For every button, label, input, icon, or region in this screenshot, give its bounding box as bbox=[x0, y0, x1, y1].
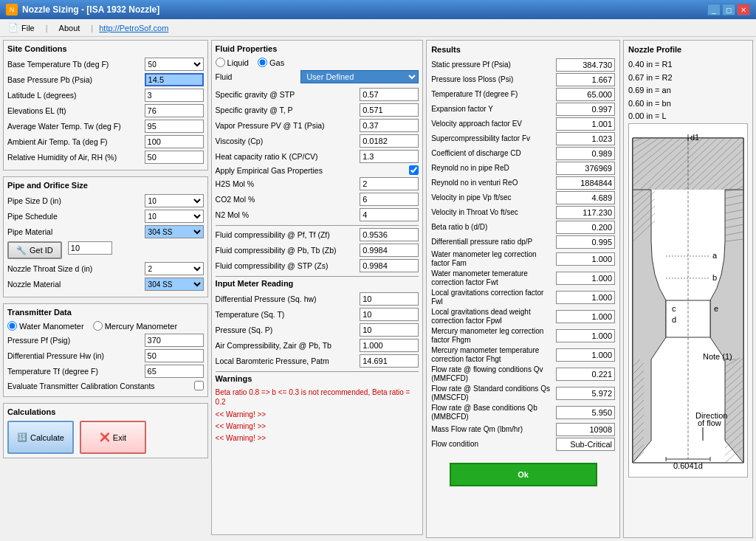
static-pressure-value bbox=[556, 58, 615, 72]
get-id-icon: 🔧 bbox=[16, 245, 27, 255]
zs-input[interactable] bbox=[360, 259, 419, 272]
nozzle-throat-label: Nozzle Throat Size d (in) bbox=[7, 264, 145, 273]
liquid-radio[interactable]: Liquid bbox=[216, 58, 249, 67]
calculate-button[interactable]: 🔢 Calculate bbox=[7, 421, 74, 454]
flow-condition-row: Flow condition bbox=[431, 438, 615, 451]
ambient-temp-input[interactable] bbox=[145, 135, 204, 148]
heat-capacity-input[interactable] bbox=[360, 150, 419, 163]
ok-button[interactable]: Ok bbox=[450, 463, 597, 486]
pressure-pf-input[interactable] bbox=[145, 334, 204, 347]
evaluate-checkbox[interactable] bbox=[194, 381, 204, 390]
exit-button[interactable]: ❌ Exit bbox=[80, 421, 146, 454]
local-barometric-input[interactable] bbox=[360, 354, 419, 368]
velocity-approach-value bbox=[556, 117, 615, 131]
base-temp-select[interactable]: 50 bbox=[145, 58, 204, 71]
diff-pressure-input[interactable] bbox=[145, 349, 204, 362]
pressure-sq-input[interactable] bbox=[360, 323, 419, 337]
svg-text:d: d bbox=[672, 315, 676, 324]
water-temp-input[interactable] bbox=[145, 120, 204, 133]
evaluate-label: Evaluate Transmitter Calibration Constan… bbox=[7, 382, 194, 390]
warning-link-1[interactable]: << Warning! >> bbox=[216, 410, 267, 418]
velocity-approach-label: Velocity approach factor EV bbox=[431, 120, 556, 128]
close-button[interactable]: ✕ bbox=[737, 4, 750, 15]
file-label: File bbox=[21, 24, 35, 32]
minimize-button[interactable]: _ bbox=[707, 4, 721, 15]
base-pressure-input[interactable] bbox=[145, 73, 204, 86]
discharge-coeff-value bbox=[556, 147, 615, 160]
warning-link-3[interactable]: << Warning! >> bbox=[216, 434, 267, 442]
empirical-checkbox[interactable] bbox=[409, 165, 419, 175]
nozzle-material-select[interactable]: 304 SS bbox=[145, 278, 204, 291]
n2-input[interactable] bbox=[360, 208, 419, 221]
humidity-input[interactable] bbox=[145, 151, 204, 164]
latitude-input[interactable] bbox=[145, 89, 204, 102]
svg-text:d1: d1 bbox=[690, 133, 699, 142]
sg-stp-input[interactable] bbox=[360, 88, 419, 101]
warnings-title: Warnings bbox=[216, 374, 419, 383]
website-link[interactable]: http://PetroSof.com bbox=[99, 24, 168, 32]
air-compressibility-input[interactable] bbox=[360, 339, 419, 352]
pipe-schedule-row: Pipe Schedule 10 bbox=[7, 210, 204, 223]
water-temp-correction-value bbox=[556, 272, 615, 285]
diff-pressure-sq-input[interactable] bbox=[360, 292, 419, 306]
warning-link-2[interactable]: << Warning! >> bbox=[216, 422, 267, 430]
temp-tf-result-row: Temperature Tf (degree F) bbox=[431, 88, 615, 101]
vapor-pressure-input[interactable] bbox=[360, 119, 419, 132]
temperature-tf-label: Temperature Tf (degree F) bbox=[7, 367, 145, 376]
viscosity-input[interactable] bbox=[360, 134, 419, 148]
id-value-input[interactable] bbox=[68, 241, 112, 255]
dead-weight-label: Local gravitations dead weight correctio… bbox=[431, 308, 556, 325]
temperature-sq-input[interactable] bbox=[360, 308, 419, 321]
calculations-title: Calculations bbox=[7, 407, 204, 416]
svg-text:c: c bbox=[672, 304, 676, 313]
heat-capacity-label: Heat capacity ratio K (CP/CV) bbox=[216, 152, 360, 161]
nozzle-throat-select[interactable]: 2 bbox=[145, 262, 204, 275]
temperature-sq-label: Temperature (Sq. T) bbox=[216, 310, 360, 319]
diff-pressure-ratio-value bbox=[556, 235, 615, 249]
zf-input[interactable] bbox=[360, 228, 419, 241]
zb-input[interactable] bbox=[360, 244, 419, 257]
velocity-throat-label: Velocity in Throat Vo ft/sec bbox=[431, 208, 556, 217]
ambient-temp-label: Ambient Air Temp. Ta (deg F) bbox=[7, 137, 145, 146]
pipe-material-select[interactable]: 304 SS bbox=[145, 225, 204, 238]
zs-label: Fluid compressibility @ STP (Zs) bbox=[216, 261, 360, 270]
mercury-manometer-radio[interactable]: Mercury Manometer bbox=[93, 321, 177, 331]
divider-3 bbox=[216, 371, 419, 372]
discharge-coeff-row: Coefficient of discharge CD bbox=[431, 147, 615, 160]
nozzle-profile-panel: Nozzle Profile 0.40 in = R1 0.67 in = R2… bbox=[623, 40, 753, 538]
gas-radio[interactable]: Gas bbox=[258, 58, 284, 67]
file-menu[interactable]: 📄 File bbox=[3, 21, 40, 35]
temp-tf-result-label: Temperature Tf (degree F) bbox=[431, 90, 556, 99]
about-menu[interactable]: About bbox=[54, 21, 86, 35]
static-pressure-row: Static pressure Pf (Psia) bbox=[431, 58, 615, 72]
sg-stp-row: Specific gravity @ STP bbox=[216, 88, 419, 101]
pressure-pf-label: Pressure Pf (Psig) bbox=[7, 336, 145, 345]
zf-label: Fluid compressibility @ Pf, Tf (Zf) bbox=[216, 230, 360, 239]
temperature-tf-input[interactable] bbox=[145, 365, 204, 378]
water-leg-value bbox=[556, 252, 615, 266]
humidity-row: Relative Humidity of Air, RH (%) bbox=[7, 151, 204, 164]
velocity-pipe-row: Velocity in pipe Vp ft/sec bbox=[431, 191, 615, 204]
velocity-throat-value bbox=[556, 206, 615, 219]
flow-rate-qs-row: Flow rate @ Standard conditions Qs (MMSC… bbox=[431, 385, 615, 402]
fluid-state-radio-group: Liquid Gas bbox=[216, 58, 419, 67]
transmitter-section: Transmitter Data Water Manometer Mercury… bbox=[3, 303, 208, 397]
flow-rate-qv-label: Flow rate @ flowing conditions Qv (MMFCF… bbox=[431, 365, 556, 383]
pipe-schedule-select[interactable]: 10 bbox=[145, 210, 204, 223]
elevation-input[interactable] bbox=[145, 104, 204, 117]
reynolds-venturi-row: Reynold no in venturi ReO bbox=[431, 176, 615, 190]
velocity-pipe-value bbox=[556, 191, 615, 204]
diff-pressure-label: Differential Pressure Hw (in) bbox=[7, 351, 145, 360]
restore-button[interactable]: ◻ bbox=[722, 4, 735, 15]
fluid-select[interactable]: User Defined bbox=[300, 70, 419, 83]
sg-tp-input[interactable] bbox=[360, 103, 419, 117]
co2-input[interactable] bbox=[360, 193, 419, 206]
nozzle-diagram: d1 Direction of flow a b 0.6041d bbox=[628, 123, 748, 478]
divider-2 bbox=[216, 276, 419, 277]
water-manometer-radio[interactable]: Water Manometer bbox=[7, 321, 84, 331]
pipe-size-select[interactable]: 10 bbox=[145, 194, 204, 207]
pipe-orifice-section: Pipe and Orifice Size Pipe Size D (in) 1… bbox=[3, 176, 208, 297]
h2s-input[interactable] bbox=[360, 177, 419, 190]
mercury-temp-label: Mercury manometer temperature correction… bbox=[431, 346, 556, 364]
get-id-button[interactable]: 🔧 Get ID bbox=[7, 241, 62, 259]
